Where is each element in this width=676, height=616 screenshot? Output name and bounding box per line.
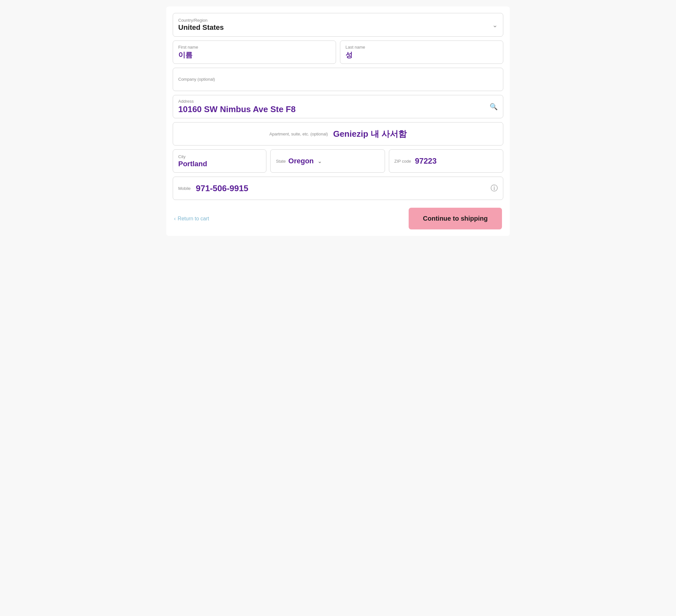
first-name-value: 이름: [178, 50, 331, 60]
city-label: City: [178, 154, 261, 159]
apartment-value: Geniezip 내 사서함: [333, 128, 407, 139]
last-name-label: Last name: [345, 45, 498, 50]
state-label: State: [276, 159, 285, 164]
zip-content: ZIP code 97223: [394, 157, 498, 166]
first-name-label: First name: [178, 45, 331, 50]
address-content: Address 10160 SW Nimbus Ave Ste F8: [178, 99, 490, 114]
state-value: Oregon: [288, 157, 314, 165]
city-value: Portland: [178, 160, 261, 168]
help-circle-icon: ⓘ: [491, 183, 498, 193]
address-field-group: Address 10160 SW Nimbus Ave Ste F8 🔍: [173, 95, 503, 118]
address-field[interactable]: Address 10160 SW Nimbus Ave Ste F8 🔍: [173, 95, 503, 118]
country-field[interactable]: Country/Region United States ⌄: [173, 13, 503, 37]
country-content: Country/Region United States: [178, 18, 224, 32]
return-to-cart-label: Return to cart: [178, 216, 209, 222]
last-name-field[interactable]: Last name 성: [340, 41, 503, 64]
country-label: Country/Region: [178, 18, 224, 23]
state-content: State Oregon ⌄: [276, 157, 379, 165]
chevron-down-icon: ⌄: [492, 21, 498, 29]
state-field[interactable]: State Oregon ⌄: [270, 149, 385, 173]
zip-field[interactable]: ZIP code 97223: [389, 149, 503, 173]
apartment-field[interactable]: Apartment, suite, etc. (optional) Geniez…: [173, 122, 503, 146]
apartment-field-group: Apartment, suite, etc. (optional) Geniez…: [173, 122, 503, 146]
first-name-field[interactable]: First name 이름: [173, 41, 336, 64]
checkout-form: Country/Region United States ⌄ First nam…: [166, 6, 510, 236]
search-icon: 🔍: [490, 103, 498, 111]
address-value: 10160 SW Nimbus Ave Ste F8: [178, 104, 490, 114]
zip-value: 97223: [415, 157, 437, 166]
mobile-field[interactable]: Mobile 971-506-9915 ⓘ: [173, 177, 503, 200]
mobile-content: Mobile 971-506-9915: [178, 183, 491, 193]
apartment-label: Apartment, suite, etc. (optional): [269, 131, 328, 136]
company-field[interactable]: Company (optional): [173, 68, 503, 91]
company-field-group: Company (optional): [173, 68, 503, 91]
country-field-group: Country/Region United States ⌄: [173, 13, 503, 37]
state-chevron-icon: ⌄: [318, 158, 322, 164]
return-to-cart-link[interactable]: ‹ Return to cart: [174, 216, 209, 222]
chevron-left-icon: ‹: [174, 216, 176, 222]
city-field[interactable]: City Portland: [173, 149, 266, 173]
city-state-zip-group: City Portland State Oregon ⌄ ZIP code 97…: [173, 149, 503, 173]
mobile-label: Mobile: [178, 186, 190, 191]
zip-label: ZIP code: [394, 159, 411, 164]
continue-to-shipping-button[interactable]: Continue to shipping: [409, 208, 502, 229]
name-field-group: First name 이름 Last name 성: [173, 41, 503, 64]
mobile-value: 971-506-9915: [196, 183, 248, 193]
company-label: Company (optional): [178, 77, 498, 82]
mobile-field-group: Mobile 971-506-9915 ⓘ: [173, 177, 503, 200]
address-label: Address: [178, 99, 490, 104]
last-name-value: 성: [345, 50, 498, 60]
country-value: United States: [178, 23, 224, 32]
form-footer: ‹ Return to cart Continue to shipping: [173, 208, 503, 229]
